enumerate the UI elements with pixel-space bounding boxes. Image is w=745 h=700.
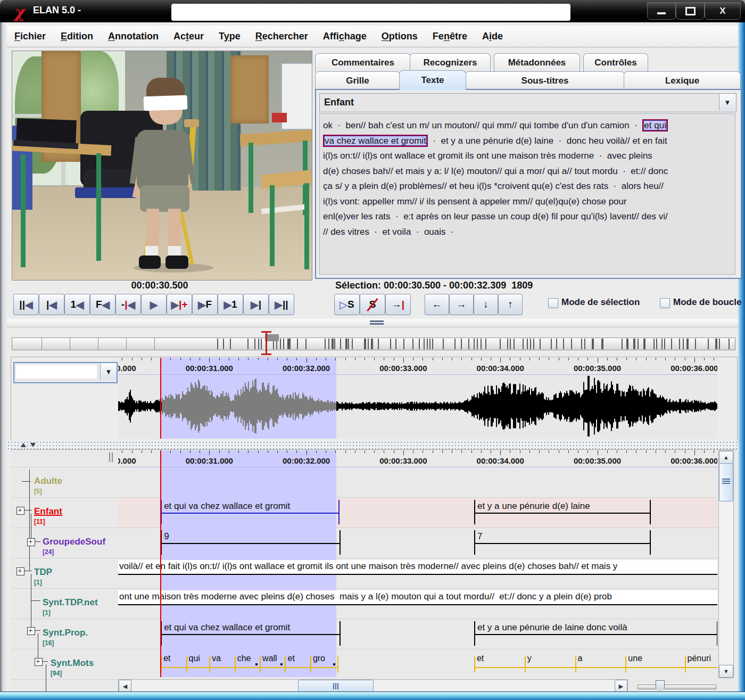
tier-expand-icon[interactable] bbox=[16, 567, 24, 575]
close-button[interactable]: X bbox=[705, 2, 741, 20]
word-annotation[interactable]: qui bbox=[189, 654, 200, 663]
selection-mode-checkbox[interactable] bbox=[548, 298, 558, 308]
annotation-enfant[interactable]: et y a une pénurie d(e) laine bbox=[474, 500, 651, 524]
menu-affichage[interactable]: Affichage bbox=[316, 31, 374, 42]
next-scrollview-button[interactable]: ▶| bbox=[243, 294, 269, 315]
tab-commentaires[interactable]: Commentaires bbox=[315, 53, 411, 72]
tab-recognizers[interactable]: Recognizers bbox=[410, 53, 491, 72]
transcript-segment[interactable]: i(l)s vont: appeller mm// i/ ils pensent… bbox=[323, 196, 627, 207]
transcript-segment[interactable]: ça s/ y a plein d(e) problèmes// et heu … bbox=[323, 181, 664, 191]
word-annotation[interactable]: pénuri bbox=[688, 654, 711, 663]
tier-down-button[interactable]: ↓ bbox=[474, 294, 498, 315]
vertical-scrollbar-thumb[interactable] bbox=[719, 463, 733, 501]
annotation-tdp[interactable]: voilà// et en fait i(l)s on:t// i(l)s on… bbox=[118, 560, 717, 575]
clear-selection-button[interactable]: S bbox=[360, 294, 385, 315]
annotation-groupedesouf[interactable]: 9 bbox=[161, 530, 341, 555]
tier-label-groupedesouf[interactable]: GroupedeSouf bbox=[43, 537, 105, 547]
annotation-synt.prop.[interactable]: et y a une pénurie de laine donc voilà bbox=[474, 621, 717, 646]
menu-options[interactable]: Options bbox=[374, 31, 425, 42]
split-pane-divider-dotted[interactable] bbox=[7, 441, 738, 449]
menu-type[interactable]: Type bbox=[211, 31, 248, 42]
annotation-synt.tdp.net[interactable]: ont une maison très moderne avec pleins … bbox=[118, 590, 717, 605]
scroll-up-button[interactable]: ▲ bbox=[719, 451, 733, 464]
loop-mode-checkbox[interactable] bbox=[660, 298, 670, 308]
next-frame-button[interactable]: ▶F bbox=[192, 294, 218, 315]
play-pause-button[interactable]: ▶ bbox=[141, 294, 167, 315]
tier-label-synt.mots[interactable]: Synt.Mots bbox=[51, 658, 94, 669]
tab-texte[interactable]: Texte bbox=[399, 70, 466, 90]
collapse-up-icon[interactable] bbox=[21, 443, 26, 447]
word-annotation[interactable]: a bbox=[578, 654, 583, 663]
selected-annotation-enfant[interactable]: et qui va chez wallace et gromit bbox=[161, 500, 340, 524]
chevron-down-icon[interactable]: ▼ bbox=[719, 94, 735, 110]
transcript-segment[interactable]: · et y a une pénurie d(e) laine · donc h… bbox=[428, 136, 667, 146]
annotation-viewer[interactable]: 00:00:30.00000:00:31.00000:00:32.00000:0… bbox=[118, 450, 717, 677]
tier-up-button[interactable]: ↑ bbox=[498, 294, 523, 315]
maximize-button[interactable] bbox=[676, 2, 705, 20]
scroll-down-button[interactable]: ▼ bbox=[719, 665, 733, 678]
word-annotation[interactable]: gro bbox=[313, 654, 325, 663]
tier-expand-icon[interactable] bbox=[35, 658, 43, 666]
tier-drag-handle[interactable] bbox=[109, 452, 110, 462]
menu-acteur[interactable]: Acteur bbox=[166, 31, 211, 42]
menu-fentre[interactable]: Fenêtre bbox=[425, 31, 475, 42]
transcript-segment[interactable]: enl(e)ver les rats · e:t après on leur p… bbox=[323, 211, 668, 221]
goto-end-button[interactable]: ▶|| bbox=[269, 294, 294, 315]
timeline-overview[interactable] bbox=[11, 330, 736, 356]
transcript-segment[interactable]: // des vitres · et voila · ouais · bbox=[323, 227, 454, 237]
word-annotation[interactable]: une bbox=[628, 654, 642, 663]
word-annotation[interactable]: che bbox=[237, 654, 251, 663]
menu-edition[interactable]: Edition bbox=[53, 31, 101, 42]
word-annotation[interactable]: va bbox=[212, 654, 221, 663]
waveform-viewer[interactable]: 00:00:30.00000:00:31.00000:00:32.00000:0… bbox=[118, 358, 717, 439]
menu-rechercher[interactable]: Rechercher bbox=[248, 31, 316, 42]
play-selection-button[interactable]: ▷S bbox=[334, 294, 360, 315]
next-annotation-button[interactable]: → bbox=[449, 294, 474, 315]
tier-select-dropdown[interactable]: Enfant ▼ bbox=[319, 93, 736, 112]
annotation-groupedesouf[interactable]: 7 bbox=[474, 530, 651, 555]
transcript-segment[interactable]: d(e) choses bah// et mais y a: l/ l(e) m… bbox=[323, 166, 668, 176]
tier-label-synt.prop.[interactable]: Synt.Prop. bbox=[43, 628, 88, 638]
tab-grille[interactable]: Grille bbox=[315, 71, 400, 90]
chevron-down-icon[interactable]: ▼ bbox=[100, 363, 117, 380]
playhead-crosshair[interactable] bbox=[160, 358, 161, 439]
annotation-density-bar[interactable] bbox=[12, 337, 735, 350]
transcription-text-area[interactable]: ok · ben// bah c'est un m/ un mouton// q… bbox=[319, 113, 735, 275]
forward-1-second-button[interactable]: ▶1 bbox=[218, 294, 243, 315]
menu-aide[interactable]: Aide bbox=[475, 31, 510, 42]
previous-frame-button[interactable]: F◀ bbox=[90, 294, 115, 315]
word-annotation[interactable]: et bbox=[477, 654, 484, 663]
transcript-segment[interactable]: i(l)s on:t// i(l)s ont wallace et gromit… bbox=[323, 151, 652, 161]
word-annotation[interactable]: et bbox=[163, 654, 170, 663]
transcript-segment[interactable]: ok · ben// bah c'est un m/ un mouton// q… bbox=[323, 120, 642, 130]
tier-label-adulte[interactable]: Adulte bbox=[34, 476, 62, 487]
active-annotation-highlight[interactable]: va chez wallace et gromit bbox=[323, 135, 428, 147]
zoom-slider[interactable] bbox=[638, 685, 716, 689]
back-1-pixel-button[interactable]: -|◀ bbox=[115, 294, 141, 315]
tier-expand-icon[interactable] bbox=[27, 538, 35, 546]
tier-drag-handle[interactable] bbox=[112, 452, 113, 462]
previous-scrollview-button[interactable]: |◀ bbox=[39, 294, 64, 315]
overview-crosshair[interactable] bbox=[266, 332, 267, 355]
tab-sous-titres[interactable]: Sous-titres bbox=[465, 71, 625, 90]
tier-expand-icon[interactable] bbox=[16, 507, 24, 515]
toggle-selection-boundary-button[interactable]: →| bbox=[385, 294, 411, 315]
annotation-synt.prop.[interactable]: et qui va chez wallace et gromit bbox=[161, 621, 341, 646]
tier-label-enfant[interactable]: Enfant bbox=[34, 506, 62, 517]
back-1-second-button[interactable]: 1◀ bbox=[64, 294, 90, 315]
active-annotation-highlight[interactable]: et qui bbox=[642, 119, 668, 131]
minimize-button[interactable] bbox=[647, 2, 676, 20]
goto-begin-button[interactable]: ||◀ bbox=[13, 294, 39, 315]
forward-1-pixel-button[interactable]: ▶|+ bbox=[167, 294, 192, 315]
tier-label-tdp[interactable]: TDP bbox=[34, 567, 52, 578]
menu-annotation[interactable]: Annotation bbox=[101, 31, 166, 42]
tier-expand-icon[interactable] bbox=[27, 627, 35, 635]
audio-track-dropdown[interactable]: ▼ bbox=[13, 362, 118, 383]
tab-métadonnées[interactable]: Métadonnées bbox=[494, 53, 580, 72]
collapse-down-icon[interactable] bbox=[30, 443, 36, 447]
horizontal-scrollbar-thumb[interactable] bbox=[298, 680, 374, 693]
previous-annotation-button[interactable]: ← bbox=[425, 294, 449, 315]
word-annotation[interactable]: y bbox=[527, 654, 532, 663]
playhead-crosshair[interactable] bbox=[160, 450, 161, 677]
scroll-right-button[interactable]: ▶ bbox=[615, 680, 627, 693]
